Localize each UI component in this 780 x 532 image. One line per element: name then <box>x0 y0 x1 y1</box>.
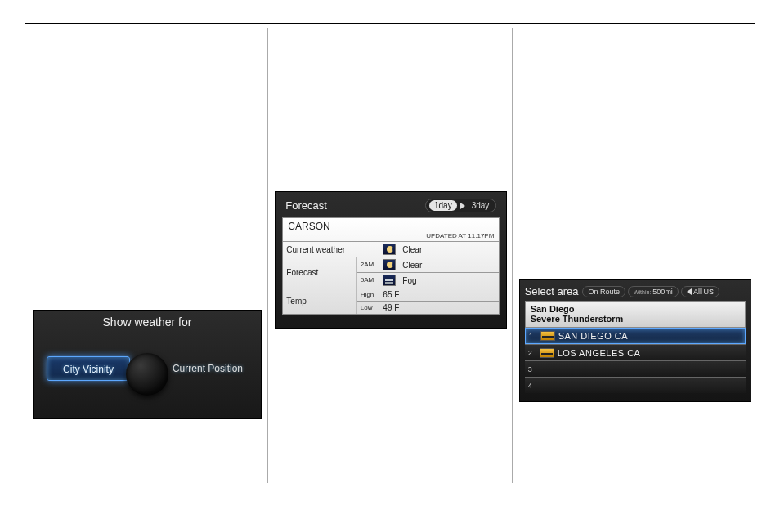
forecast-label: Forecast <box>283 257 356 288</box>
current-weather-value: Clear <box>399 242 499 257</box>
tab-3day[interactable]: 3day <box>468 200 493 211</box>
detail-city: San Diego <box>526 302 745 314</box>
panel-select-area: Select area On Route Within:500mi All US… <box>519 279 751 402</box>
list-item[interactable]: 1 SAN DIEGO CA <box>525 328 746 344</box>
item-number: 3 <box>528 365 540 373</box>
chip-on-route[interactable]: On Route <box>582 286 625 297</box>
forecast-value-2: Fog <box>399 273 499 288</box>
temp-label: Temp <box>283 288 356 315</box>
top-rule <box>25 23 755 24</box>
chevron-right-icon <box>460 203 465 209</box>
knob-row: City Vicinity Current Position <box>34 338 261 396</box>
chip-within[interactable]: Within:500mi <box>628 286 679 297</box>
current-weather-label: Current weather <box>283 242 379 257</box>
area-list: 1 SAN DIEGO CA 2 LOS ANGELES CA 3 4 <box>525 328 746 393</box>
row-temp-high: Temp High 65 F <box>283 288 499 302</box>
forecast-title: Forecast <box>285 199 327 212</box>
moon-icon <box>383 259 396 270</box>
chip-within-value: 500mi <box>652 288 673 296</box>
item-number: 4 <box>528 382 540 390</box>
list-item[interactable]: 4 <box>525 377 746 393</box>
item-number: 1 <box>529 332 540 340</box>
forecast-tabs[interactable]: 1day 3day <box>425 199 496 212</box>
tab-1day[interactable]: 1day <box>429 200 457 211</box>
rotary-knob[interactable] <box>126 353 168 396</box>
panel-title: Show weather for <box>34 311 261 338</box>
chevron-left-icon <box>687 288 692 295</box>
list-item[interactable]: 3 <box>525 360 746 377</box>
column-1: Show weather for City Vicinity Current P… <box>25 28 268 483</box>
select-area-header: Select area On Route Within:500mi All US <box>525 284 746 301</box>
item-number: 2 <box>528 349 540 357</box>
column-2: Forecast 1day 3day CARSON UPDATED AT 11:… <box>268 28 512 483</box>
forecast-header: Forecast 1day 3day <box>282 197 500 217</box>
forecast-time-2: 5AM <box>356 273 379 288</box>
moon-icon <box>383 244 396 255</box>
chip-all-us-label: All US <box>693 288 714 296</box>
panel-show-weather: Show weather for City Vicinity Current P… <box>33 310 262 419</box>
temp-low-label: Low <box>356 302 379 315</box>
forecast-table: Current weather Clear Forecast 2AM Clear… <box>283 241 499 314</box>
current-position-button[interactable]: Current Position <box>173 356 249 381</box>
temp-high-label: High <box>356 288 379 302</box>
detail-alert: Severe Thunderstorm <box>526 314 745 327</box>
forecast-body: CARSON UPDATED AT 11:17PM Current weathe… <box>282 217 500 315</box>
item-label: LOS ANGELES CA <box>558 348 641 358</box>
temp-high-value: 65 F <box>379 288 499 302</box>
row-forecast-1: Forecast 2AM Clear <box>283 257 499 273</box>
forecast-time-1: 2AM <box>356 257 379 273</box>
chip-within-label: Within: <box>634 289 651 295</box>
item-label: SAN DIEGO CA <box>558 331 628 341</box>
column-3: Select area On Route Within:500mi All US… <box>513 28 755 483</box>
panel-forecast: Forecast 1day 3day CARSON UPDATED AT 11:… <box>275 191 507 329</box>
forecast-city: CARSON <box>283 218 499 232</box>
alert-icon <box>540 348 554 358</box>
columns: Show weather for City Vicinity Current P… <box>25 28 755 483</box>
list-item[interactable]: 2 LOS ANGELES CA <box>525 344 746 360</box>
temp-low-value: 49 F <box>379 302 499 315</box>
select-area-detail: San Diego Severe Thunderstorm <box>525 301 746 328</box>
forecast-value-1: Clear <box>399 257 499 273</box>
city-vicinity-button[interactable]: City Vicinity <box>47 356 130 381</box>
fog-icon <box>383 275 396 286</box>
select-area-title: Select area <box>525 285 579 297</box>
alert-icon <box>540 331 555 341</box>
forecast-updated: UPDATED AT 11:17PM <box>283 232 499 241</box>
chip-all-us[interactable]: All US <box>681 286 719 297</box>
row-current: Current weather Clear <box>283 242 499 257</box>
